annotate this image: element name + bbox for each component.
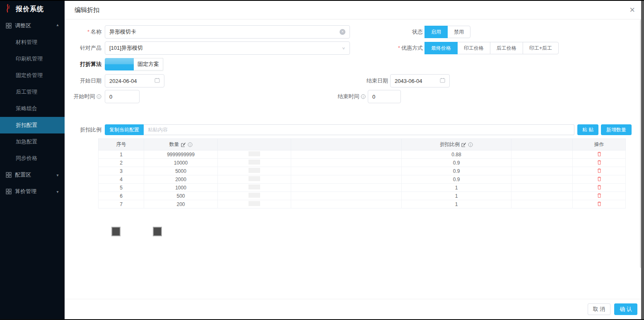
cell-index: 6 — [99, 192, 144, 200]
edit-discount-panel: 编辑折扣 × *名称 异形模切卡 × 状态 启用 — [65, 1, 644, 319]
chevron-up-icon: ▾ — [55, 24, 60, 28]
discount-type-option-button[interactable]: 印工+后工 — [523, 42, 559, 54]
cell-blank — [511, 159, 573, 167]
sidebar-item[interactable]: 折扣配置 — [0, 117, 65, 133]
app-window: 报价系统 调整区 ▾ 材料管理 印刷机管理 固定价管理 后工管理 — [0, 0, 644, 320]
cell-quantity[interactable]: 2000 — [144, 175, 218, 184]
placeholder-box — [248, 168, 260, 173]
gray-square-icon — [153, 227, 162, 236]
close-icon[interactable]: × — [630, 5, 635, 15]
placeholder-box — [248, 201, 260, 206]
cell-blank — [511, 184, 573, 192]
ratio-table-header-row: 序号 数量 折扣比例 — [99, 139, 626, 150]
start-date-input[interactable]: 2024-06-04 — [105, 74, 164, 87]
cell-blank — [511, 192, 573, 200]
cell-blank — [218, 192, 291, 200]
cell-quantity[interactable]: 200 — [144, 200, 218, 208]
cell-quantity[interactable]: 9999999999 — [144, 150, 218, 159]
copy-current-config-button[interactable]: 复制当前配置 — [105, 124, 144, 135]
cell-ratio[interactable]: 1 — [402, 192, 511, 200]
cell-blank — [291, 150, 402, 159]
sidebar-item[interactable]: 同步价格 — [0, 150, 65, 167]
add-quantity-button[interactable]: 新增数量 — [601, 124, 632, 135]
product-select[interactable]: [101]异形模切 ∨ — [105, 41, 350, 55]
window-edge — [641, 1, 644, 319]
cell-action — [573, 159, 626, 167]
chevron-down-icon: ∨ — [342, 46, 345, 50]
cell-quantity[interactable]: 1000 — [144, 184, 218, 192]
info-icon — [468, 142, 473, 147]
discount-type-option-button[interactable]: 最终价格 — [425, 42, 458, 54]
grid-icon — [6, 172, 12, 178]
end-time-input[interactable]: 0 — [368, 90, 401, 103]
required-asterisk: * — [398, 45, 400, 51]
sidebar-item[interactable]: 固定价管理 — [0, 67, 65, 84]
cell-action — [573, 192, 626, 200]
sidebar-item[interactable]: 后工管理 — [0, 84, 65, 100]
sidebar-item[interactable]: 材料管理 — [0, 34, 65, 51]
cell-ratio[interactable]: 0.9 — [402, 159, 511, 167]
sidebar-item[interactable]: 印刷机管理 — [0, 51, 65, 67]
sidebar-group-config[interactable]: 配置区 ▾ — [0, 167, 65, 183]
algorithm-fixed-option-button[interactable]: 固定方案 — [134, 58, 163, 70]
col-action-header: 操作 — [573, 139, 626, 150]
sidebar-item[interactable]: 策略组合 — [0, 100, 65, 117]
start-time-input[interactable]: 0 — [105, 90, 140, 103]
delete-row-icon[interactable] — [597, 184, 602, 190]
col-blank-header — [511, 139, 573, 150]
paste-content-input[interactable]: 粘贴内容 — [144, 124, 574, 135]
delete-row-icon[interactable] — [597, 193, 602, 198]
clear-input-icon[interactable]: × — [340, 29, 345, 35]
cell-quantity[interactable]: 10000 — [144, 159, 218, 167]
discount-type-label: *优惠方式 — [386, 44, 423, 52]
cell-blank — [291, 175, 402, 184]
delete-row-icon[interactable] — [597, 201, 602, 206]
grid-icon — [6, 189, 12, 194]
discount-type-option-button[interactable]: 后工价格 — [490, 42, 523, 54]
cell-blank — [511, 167, 573, 175]
chevron-down-icon: ▾ — [55, 173, 60, 177]
cell-blank — [218, 175, 291, 184]
discount-type-option-button[interactable]: 印工价格 — [457, 42, 490, 54]
sidebar-item[interactable]: 加急配置 — [0, 133, 65, 150]
col-blank-header — [218, 139, 291, 150]
end-date-input[interactable]: 2043-06-04 — [390, 74, 450, 87]
cell-index: 2 — [99, 159, 144, 167]
status-option-button[interactable]: 禁用 — [447, 26, 470, 38]
cell-ratio[interactable]: 0.88 — [402, 150, 511, 159]
cell-index: 1 — [99, 150, 144, 159]
gray-square-icon — [111, 227, 121, 236]
info-icon — [361, 94, 366, 99]
status-option-button[interactable]: 启用 — [425, 26, 448, 38]
cell-action — [573, 167, 626, 175]
delete-row-icon[interactable] — [597, 151, 602, 157]
sidebar-group-adjust[interactable]: 调整区 ▾ — [0, 17, 65, 34]
sidebar-group-label: 调整区 — [15, 22, 55, 29]
delete-row-icon[interactable] — [597, 160, 602, 165]
sidebar-group-pricing[interactable]: 算价管理 ▾ — [0, 183, 65, 200]
ratio-table-row: 7 200 1 — [99, 200, 626, 208]
sidebar-submenu: 材料管理 印刷机管理 固定价管理 后工管理 策略组合 折扣配置 加急配置 同步价… — [0, 34, 65, 167]
cell-ratio[interactable]: 0.9 — [402, 167, 511, 175]
delete-row-icon[interactable] — [597, 168, 602, 173]
cell-blank — [511, 200, 573, 208]
cell-action — [573, 200, 626, 208]
confirm-button[interactable]: 确 认 — [614, 303, 637, 315]
edit-icon — [181, 142, 186, 147]
cell-blank — [291, 167, 402, 175]
calendar-icon — [154, 78, 160, 84]
cell-ratio[interactable]: 0.9 — [402, 175, 511, 184]
col-quantity-header: 数量 — [144, 139, 218, 150]
cell-ratio[interactable]: 1 — [402, 200, 511, 208]
paste-button[interactable]: 粘 贴 — [577, 124, 598, 135]
algorithm-selected-option[interactable] — [105, 58, 134, 70]
delete-row-icon[interactable] — [597, 176, 602, 182]
cancel-button[interactable]: 取 消 — [588, 303, 611, 315]
cell-quantity[interactable]: 5000 — [144, 167, 218, 175]
cell-blank — [218, 184, 291, 192]
cell-action — [573, 175, 626, 184]
cell-quantity[interactable]: 500 — [144, 192, 218, 200]
cell-ratio[interactable]: 1 — [402, 184, 511, 192]
ratio-table-row: 3 5000 0.9 — [99, 167, 626, 175]
name-input[interactable]: 异形模切卡 × — [105, 25, 350, 39]
